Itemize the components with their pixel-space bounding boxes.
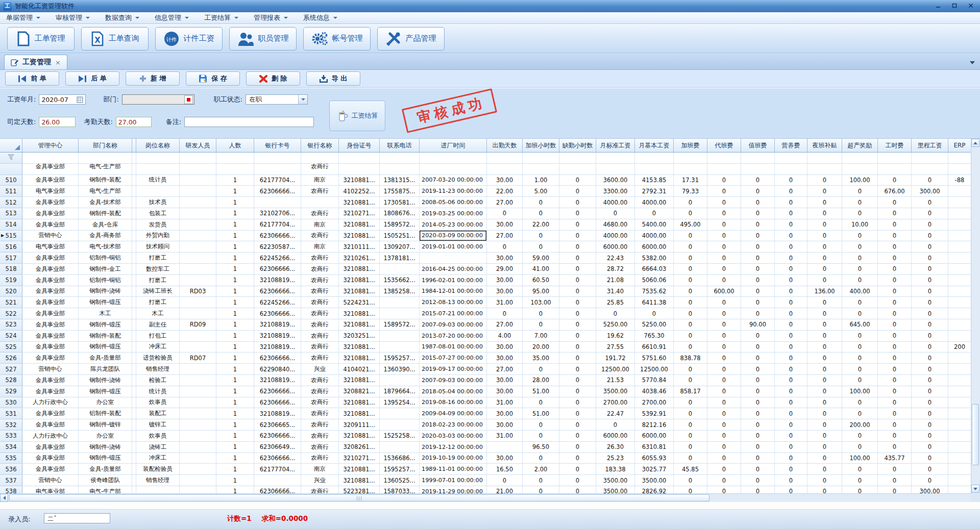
- table-cell[interactable]: 1879664...: [380, 386, 420, 397]
- table-cell[interactable]: 62306666...: [254, 431, 301, 442]
- filter-cell[interactable]: [807, 153, 842, 164]
- table-cell[interactable]: RD07: [180, 352, 216, 364]
- horizontal-scrollbar[interactable]: [0, 493, 971, 502]
- table-cell[interactable]: 0: [523, 475, 559, 486]
- table-cell[interactable]: [523, 164, 559, 175]
- table-cell[interactable]: 2826.92: [635, 486, 674, 493]
- table-cell[interactable]: 0: [912, 286, 948, 297]
- table-cell[interactable]: 统计员: [136, 386, 180, 397]
- table-cell[interactable]: 27.00: [487, 197, 523, 208]
- table-cell[interactable]: 0: [842, 297, 878, 308]
- table-cell[interactable]: 0: [559, 486, 596, 493]
- table-cell[interactable]: 金具事业部: [22, 197, 79, 208]
- table-cell[interactable]: 0: [559, 275, 596, 286]
- menu-item-documents[interactable]: 单据管理: [6, 13, 40, 22]
- table-cell[interactable]: 0: [523, 431, 559, 442]
- table-cell[interactable]: 0: [559, 253, 596, 264]
- table-cell[interactable]: [254, 164, 301, 175]
- column-header[interactable]: 加班费: [674, 139, 707, 153]
- table-cell[interactable]: 1996-02-01 00:00:00: [420, 275, 487, 286]
- table-cell[interactable]: 钢制件-锻压: [79, 386, 132, 397]
- table-cell[interactable]: 62306666...: [254, 231, 301, 242]
- table-cell[interactable]: [132, 331, 136, 342]
- table-cell[interactable]: 0: [559, 319, 596, 331]
- table-cell[interactable]: 0: [707, 297, 741, 308]
- maximize-button[interactable]: [947, 1, 962, 10]
- table-cell[interactable]: 62230587...: [254, 241, 301, 253]
- table-cell[interactable]: 2019-01-01 00:00:00: [420, 241, 487, 253]
- table-cell[interactable]: 农商行: [301, 442, 339, 453]
- row-number-cell[interactable]: 532: [0, 419, 22, 431]
- table-cell[interactable]: 3210881...: [339, 264, 380, 275]
- table-cell[interactable]: 0: [878, 331, 912, 342]
- row-number-cell[interactable]: 521: [0, 297, 22, 308]
- table-cell[interactable]: [948, 408, 971, 419]
- table-cell[interactable]: 0: [707, 342, 741, 353]
- table-cell[interactable]: 金具事业部: [22, 219, 79, 231]
- table-cell[interactable]: 0: [674, 431, 707, 442]
- remark-input[interactable]: [184, 117, 314, 127]
- table-cell[interactable]: 6610.91: [635, 342, 674, 353]
- table-cell[interactable]: 0: [775, 297, 807, 308]
- table-cell[interactable]: [380, 264, 420, 275]
- table-cell[interactable]: 1: [216, 375, 254, 386]
- table-cell[interactable]: 0: [912, 342, 948, 353]
- table-cell[interactable]: 0: [807, 264, 842, 275]
- table-cell[interactable]: 0: [775, 442, 807, 453]
- table-cell[interactable]: 45.85: [674, 464, 707, 475]
- table-cell[interactable]: 0: [741, 208, 775, 219]
- table-cell[interactable]: 0: [775, 286, 807, 297]
- table-cell[interactable]: 300.00: [912, 486, 948, 493]
- table-cell[interactable]: 金具事业部: [22, 286, 79, 297]
- table-cell[interactable]: 10.00: [842, 219, 878, 231]
- table-cell[interactable]: 2019-09-17 00:00:00: [420, 364, 487, 375]
- table-cell[interactable]: 62306665...: [254, 419, 301, 431]
- table-cell[interactable]: 0: [741, 331, 775, 342]
- table-cell[interactable]: 2007-03-20 00:00:00: [420, 175, 487, 186]
- row-number-cell[interactable]: 517: [0, 253, 22, 264]
- table-cell[interactable]: 0: [674, 331, 707, 342]
- table-cell[interactable]: [132, 253, 136, 264]
- table-cell[interactable]: 农商行: [301, 431, 339, 442]
- table-cell[interactable]: 600.00: [707, 286, 741, 297]
- table-cell[interactable]: 0: [775, 275, 807, 286]
- table-cell[interactable]: [301, 197, 339, 208]
- table-cell[interactable]: 金具事业部: [22, 408, 79, 419]
- table-cell[interactable]: 0: [523, 486, 559, 493]
- filter-cell[interactable]: [420, 153, 487, 164]
- table-cell[interactable]: [180, 164, 216, 175]
- table-cell[interactable]: -88: [948, 175, 971, 186]
- table-cell[interactable]: 0: [674, 253, 707, 264]
- table-cell[interactable]: 0: [775, 331, 807, 342]
- table-cell[interactable]: 30.00: [487, 352, 523, 364]
- table-cell[interactable]: 0: [912, 453, 948, 464]
- table-cell[interactable]: [132, 308, 136, 319]
- table-cell[interactable]: 销售经理: [136, 364, 180, 375]
- table-cell[interactable]: 0: [487, 308, 523, 319]
- filter-cell[interactable]: [635, 153, 674, 164]
- table-cell[interactable]: 0: [674, 486, 707, 493]
- table-cell[interactable]: [132, 275, 136, 286]
- table-cell[interactable]: 0: [707, 453, 741, 464]
- table-cell[interactable]: [948, 286, 971, 297]
- tab-salary-management[interactable]: 工资管理 ×: [4, 55, 67, 69]
- filter-cell[interactable]: [707, 153, 741, 164]
- table-cell[interactable]: 0: [707, 364, 741, 375]
- row-number-cell[interactable]: 535: [0, 453, 22, 464]
- table-cell[interactable]: 0: [775, 241, 807, 253]
- table-cell[interactable]: 200.00: [842, 419, 878, 431]
- table-cell[interactable]: 铝制件-铜铝: [79, 275, 132, 286]
- table-cell[interactable]: 金具事业部: [22, 297, 79, 308]
- table-cell[interactable]: [132, 264, 136, 275]
- table-cell[interactable]: [180, 308, 216, 319]
- table-cell[interactable]: 陈兵龙团队: [79, 364, 132, 375]
- table-cell[interactable]: [380, 297, 420, 308]
- table-cell[interactable]: [487, 442, 523, 453]
- table-cell[interactable]: 0: [674, 286, 707, 297]
- column-header[interactable]: 加班小时数: [523, 139, 559, 153]
- table-cell[interactable]: 100.00: [842, 386, 878, 397]
- table-cell[interactable]: [559, 164, 596, 175]
- table-cell[interactable]: 农商行: [301, 486, 339, 493]
- table-cell[interactable]: 0: [842, 186, 878, 197]
- table-cell[interactable]: 28.72: [596, 264, 635, 275]
